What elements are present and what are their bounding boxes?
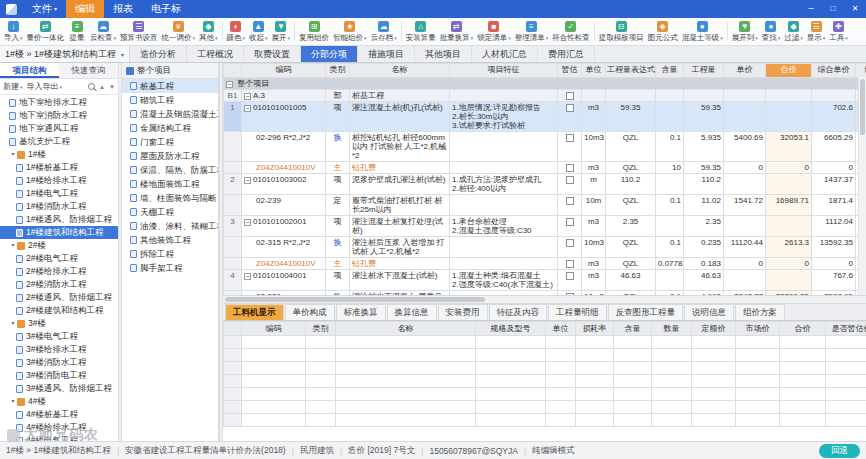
row-checkbox[interactable] [566, 218, 574, 226]
detail-empty-row[interactable] [224, 401, 866, 414]
ribbon-button-collapse[interactable]: ▲收起▾ [247, 19, 270, 44]
tree-item[interactable]: 4#楼桩基工程 [0, 408, 118, 421]
chapter-item[interactable]: 桩基工程 [122, 79, 218, 93]
tree-item[interactable]: 1#楼消防水工程 [0, 200, 118, 213]
ribbon-button-cloud-save[interactable]: ☁云存档▾ [369, 19, 399, 44]
ribbon-button-element-formula[interactable]: ◈图元公式 [646, 19, 680, 44]
ribbon-button-lock-boq[interactable]: ■锁定清单▾ [475, 19, 513, 44]
detail-empty-row[interactable] [224, 349, 866, 362]
chapter-panel-header[interactable]: 整个项目 [122, 63, 218, 79]
scrollbar-thumb[interactable] [225, 297, 485, 302]
tab-boq[interactable]: 分部分项 [301, 46, 358, 62]
detail-column-header-5[interactable]: 单位 [546, 322, 576, 336]
expand-icon[interactable]: − [244, 105, 251, 112]
detail-tab-9[interactable]: 组价方案 [735, 304, 785, 320]
tree-group[interactable]: ▾1#楼 [0, 148, 118, 161]
table-row[interactable]: 3−010101002001项灌注混凝土桩复打处理(试桩)1.承台余桩处理 2.… [224, 216, 866, 237]
row-checkbox[interactable] [566, 176, 574, 184]
tab-fee-settings[interactable]: 取费设置 [244, 46, 301, 62]
tree-expand-icon[interactable]: ▾ [9, 239, 17, 252]
detail-column-header-11[interactable]: 合价 [780, 322, 826, 336]
detail-column-header-6[interactable]: 损耗率 [576, 322, 614, 336]
chapter-item[interactable]: 拆除工程 [122, 247, 218, 261]
table-row[interactable]: 2−010101003002项泥浆护壁成孔灌注桩(试桩)1.成孔方法:泥浆护壁成… [224, 174, 866, 195]
chapter-item[interactable]: 墙、柱面装饰与隔断、幕墙工程 [122, 191, 218, 205]
tree-item[interactable]: 4#楼给排水工程 [0, 421, 118, 434]
ribbon-button-filter[interactable]: ◆过滤▾ [782, 19, 805, 44]
chapter-item[interactable]: 金属结构工程 [122, 121, 218, 135]
detail-column-header-3[interactable]: 名称 [336, 322, 476, 336]
sidebar-tab-1[interactable]: 快速查询 [59, 63, 118, 78]
tree-item[interactable]: 4#楼电气工程 [0, 434, 118, 441]
sidebar-tab-0[interactable]: 项目结构 [0, 63, 59, 78]
table-row[interactable]: 02-296 R*2,J*2换桩挖钻机钻孔 桩径600mm以内 打试验桩 人工*… [224, 132, 866, 162]
column-header-hl[interactable]: 含量 [656, 64, 684, 78]
ribbon-button-unify-price[interactable]: ¥统一调价▾ [160, 19, 198, 44]
row-checkbox[interactable] [566, 272, 574, 280]
ribbon-button-tools[interactable]: ✚工具▾ [827, 19, 850, 44]
tree-group[interactable]: ▾3#楼 [0, 317, 118, 330]
tree-item[interactable]: 3#楼消防水工程 [0, 356, 118, 369]
tab-cost-summary[interactable]: 费用汇总 [538, 46, 595, 62]
tree-item[interactable]: 1#楼通风、防排烟工程 [0, 213, 118, 226]
tree-group[interactable]: ▾4#楼 [0, 395, 118, 408]
row-checkbox[interactable] [566, 260, 574, 268]
table-row[interactable]: 02-239定履带式柴油打桩机打桩 桩长25m以内10mQZL0.111.021… [224, 195, 866, 216]
move-up-icon[interactable]: ▲ [99, 84, 105, 90]
tab-other-items[interactable]: 其他项目 [415, 46, 472, 62]
tree-expand-icon[interactable]: ▾ [9, 148, 17, 161]
new-button[interactable]: 新建 ▾ [3, 81, 23, 92]
tree-item[interactable]: 2#楼通风、防排烟工程 [0, 291, 118, 304]
table-row[interactable]: − 整个项目 [224, 78, 866, 90]
tree-item[interactable]: 1#楼桩基工程 [0, 161, 118, 174]
column-header-name[interactable]: 名称 [350, 64, 450, 78]
tree-item[interactable]: 3#楼给排水工程 [0, 343, 118, 356]
menu-file[interactable]: 文件▾ [23, 0, 66, 18]
tree-expand-icon[interactable]: ▾ [9, 317, 17, 330]
ribbon-button-import[interactable]: ↓导入▾ [2, 19, 25, 44]
chapter-item[interactable]: 天棚工程 [122, 205, 218, 219]
column-header-cat[interactable]: 类别 [326, 64, 350, 78]
table-row[interactable]: 4−010101004001项灌注桩水下混凝土(试桩)1.混凝土种类:细石混凝土… [224, 270, 866, 291]
row-checkbox[interactable] [566, 104, 574, 112]
ribbon-button-extract-template[interactable]: ⊟提取模板项目 [597, 19, 646, 44]
tree-item[interactable]: 地下室给排水工程 [0, 96, 118, 109]
ribbon-button-tidy-boq[interactable]: ≡整理清单▾ [513, 19, 551, 44]
column-header-price[interactable]: 单价 [724, 64, 766, 78]
close-icon[interactable]: ✕ [844, 0, 866, 18]
detail-column-header-2[interactable]: 类别 [306, 322, 336, 336]
chapter-item[interactable]: 脚手架工程 [122, 261, 218, 275]
tree-item[interactable]: 3#楼消防电工程 [0, 369, 118, 382]
detail-empty-row[interactable] [224, 362, 866, 375]
tree-item[interactable]: 地下室通风工程 [0, 122, 118, 135]
scrollbar-thumb[interactable] [860, 79, 865, 135]
tree-item[interactable]: 1#楼电气工程 [0, 187, 118, 200]
detail-empty-row[interactable] [224, 375, 866, 388]
ribbon-button-expand-to[interactable]: ▼展开到▾ [730, 19, 760, 44]
chapter-item[interactable]: 楼地面装饰工程 [122, 177, 218, 191]
table-row[interactable]: 02-315 R*2,J*2换灌注桩后压浆 入岩增加 打试桩 人工*2,机械*2… [224, 237, 866, 258]
ribbon-button-more-1[interactable]: ◆其他▾ [197, 19, 220, 44]
ribbon-button-expand[interactable]: ▼展开▾ [270, 19, 293, 44]
column-header-code[interactable]: 编码 [242, 64, 326, 78]
chapter-item[interactable]: 其他装饰工程 [122, 233, 218, 247]
ribbon-button-extract-qty[interactable]: ≡提量 [66, 19, 88, 44]
tree-group[interactable]: ▾2#楼 [0, 239, 118, 252]
column-header-qty[interactable]: 工程量 [684, 64, 724, 78]
tree-item[interactable]: 1#楼建筑和结构工程 [0, 226, 118, 239]
ribbon-button-smart-pricing[interactable]: ★智能组价▾ [331, 19, 369, 44]
detail-empty-row[interactable] [224, 336, 866, 349]
detail-column-header-9[interactable]: 定额价 [692, 322, 736, 336]
detail-column-header-12[interactable]: 是否暂估价 [826, 322, 866, 336]
tree-expand-icon[interactable]: ▾ [9, 395, 17, 408]
ribbon-button-cloud-check[interactable]: ☁云检查▾ [88, 19, 118, 44]
grid-horizontal-scrollbar[interactable] [223, 296, 866, 304]
row-checkbox[interactable] [566, 164, 574, 172]
detail-column-header-0[interactable] [224, 322, 242, 336]
tab-project-overview[interactable]: 工程概况 [187, 46, 244, 62]
row-checkbox[interactable] [566, 197, 574, 205]
ribbon-button-concrete-grade[interactable]: ●混凝土等级▾ [680, 19, 725, 44]
column-header-idx[interactable] [224, 64, 242, 78]
chapter-item[interactable]: 油漆、涂料、裱糊工程 [122, 219, 218, 233]
column-header-zhdj[interactable]: 综合单价 [812, 64, 856, 78]
